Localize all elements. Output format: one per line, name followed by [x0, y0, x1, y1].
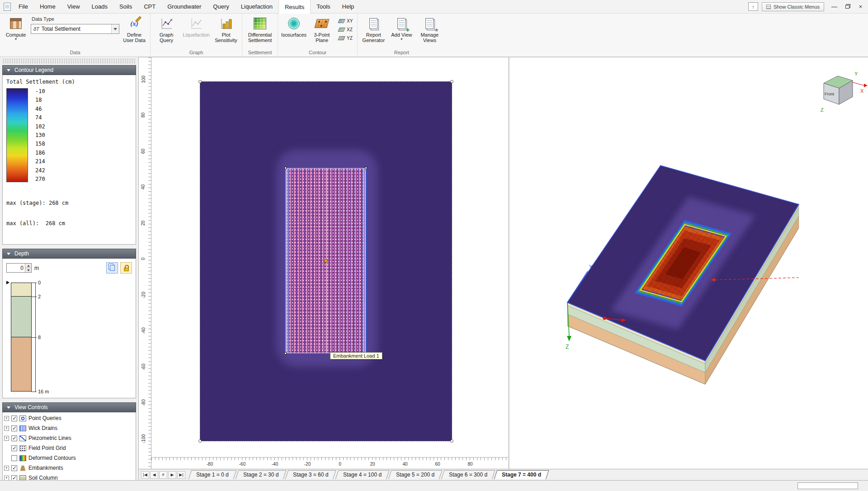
menu-tab[interactable]: Loads — [86, 0, 113, 13]
menu-tab[interactable]: View — [61, 0, 86, 13]
expand-icon[interactable]: + — [4, 416, 9, 421]
menu-tab[interactable]: Home — [34, 0, 61, 13]
tree-item-deformed-contours[interactable]: Deformed Contours — [3, 453, 136, 463]
depth-unit-label: m — [34, 265, 39, 271]
legend-tick: 214 — [35, 158, 45, 165]
menu-tab[interactable]: Help — [336, 0, 360, 13]
three-point-plane-button[interactable]: 3-Point Plane — [309, 14, 335, 49]
show-classic-menus-button[interactable]: Show Classic Menus — [762, 2, 824, 11]
manage-views-button[interactable]: Manage Views — [416, 14, 443, 49]
menu-tab[interactable]: Groundwater — [161, 0, 207, 13]
checkbox[interactable] — [11, 455, 17, 461]
depth-mark: 16 m — [38, 389, 49, 394]
stage-tab[interactable]: Stage 1 = 0 d — [189, 470, 236, 479]
stage-tab[interactable]: Stage 4 = 100 d — [335, 470, 389, 479]
menu-tab[interactable]: CPT — [138, 0, 161, 13]
define-user-data-button[interactable]: (x) Define User Data — [121, 14, 147, 49]
graph-query-button[interactable]: Graph Query — [153, 14, 179, 49]
query-point[interactable] — [324, 259, 328, 263]
plan-canvas[interactable]: Embankment Load 1 — [151, 57, 508, 457]
add-view-button[interactable]: Add View ▾ — [388, 14, 415, 49]
expand-icon[interactable]: + — [4, 426, 9, 431]
checkbox[interactable] — [11, 435, 17, 441]
checkbox[interactable] — [11, 475, 17, 481]
checkbox[interactable] — [11, 465, 17, 471]
checkbox[interactable] — [11, 425, 17, 431]
close-button[interactable]: × — [854, 1, 867, 12]
compute-button[interactable]: Compute ▾ — [3, 14, 29, 49]
embankment-handle[interactable] — [284, 352, 287, 354]
extent-handle[interactable] — [450, 439, 453, 443]
embankment-handle[interactable] — [284, 167, 287, 169]
tree-item-wick-drains[interactable]: + Wick Drains — [3, 423, 136, 433]
depth-header[interactable]: Depth — [2, 249, 136, 259]
menu-tab[interactable]: Liquefaction — [235, 0, 278, 13]
model-extent[interactable]: Embankment Load 1 — [200, 81, 452, 441]
stage-nav-button[interactable]: ▶| — [177, 471, 185, 479]
plan-view-2d[interactable]: 100806040200-20-40-60-80-100 Embankment … — [139, 57, 508, 469]
extent-handle[interactable] — [450, 80, 453, 83]
menu-tab[interactable]: File — [13, 0, 34, 13]
stage-tab[interactable]: Stage 3 = 60 d — [285, 470, 336, 479]
menu-tab[interactable]: Soils — [113, 0, 138, 13]
legend-tick: 74 — [35, 114, 45, 121]
cube-x-label: X — [860, 88, 864, 94]
tree-item-piezometric-lines[interactable]: + Piezometric Lines — [3, 433, 136, 443]
soil-layer-3 — [11, 337, 32, 392]
soil-layer-1 — [11, 283, 32, 297]
group-label-contour: Contour — [281, 49, 354, 57]
piezometric-lines-icon — [19, 435, 26, 441]
stage-tab[interactable]: Stage 6 = 300 d — [441, 470, 495, 479]
depth-marker-icon[interactable] — [6, 281, 9, 284]
embankment-load-region[interactable] — [285, 167, 367, 354]
menu-tab[interactable]: Query — [207, 0, 235, 13]
extent-handle[interactable] — [198, 439, 202, 443]
embankment-handle[interactable] — [365, 167, 367, 169]
expand-icon[interactable]: + — [4, 466, 9, 471]
sidebar-grip[interactable] — [2, 58, 136, 63]
report-generator-button[interactable]: Report Generator — [360, 14, 387, 49]
depth-spinner[interactable] — [25, 264, 31, 272]
restore-button[interactable] — [841, 1, 854, 12]
tree-item-field-point-grid[interactable]: Field Point Grid — [3, 443, 136, 453]
orientation-cube[interactable]: Front Y X Z — [821, 71, 868, 113]
data-type-dropdown[interactable]: δT Total Settlement — [31, 24, 119, 34]
plane-yz-button[interactable]: YZ — [337, 34, 354, 42]
stage-nav-button[interactable]: |◀ — [141, 471, 149, 479]
apply-depth-to-views-button[interactable] — [106, 262, 118, 274]
dropdown-chevron-icon[interactable] — [111, 24, 119, 33]
lock-depth-button[interactable] — [120, 262, 132, 274]
minimize-button[interactable]: — — [828, 1, 841, 12]
checkbox[interactable] — [11, 415, 17, 421]
ruler-y-label: -40 — [139, 328, 148, 334]
plot-sensitivity-button[interactable]: Plot Sensitivity — [213, 14, 239, 49]
depth-input[interactable]: 0 — [6, 263, 32, 273]
checkbox[interactable] — [11, 445, 17, 451]
stage-tab[interactable]: Stage 2 = 30 d — [235, 470, 286, 479]
horizontal-ruler: -80-60-40-20020406080 — [151, 457, 508, 469]
stage-tab[interactable]: Stage 5 = 200 d — [388, 470, 442, 479]
isosurfaces-button[interactable]: Isosurfaces — [281, 14, 307, 49]
plane-xz-button[interactable]: XZ — [337, 26, 354, 33]
plane-xy-button[interactable]: XY — [337, 17, 354, 25]
expand-icon[interactable]: + — [4, 476, 9, 481]
tree-item-soil-column[interactable]: + Soil Column — [3, 473, 136, 480]
stage-nav-button[interactable]: ▶ — [168, 471, 176, 479]
contour-legend-header[interactable]: Contour Legend — [2, 65, 136, 75]
liquefaction-button[interactable]: Liquefaction — [181, 14, 211, 49]
expand-icon[interactable]: + — [4, 436, 9, 441]
collapse-icon — [7, 253, 10, 255]
tree-item-point-queries[interactable]: + Point Queries — [3, 413, 136, 423]
differential-settlement-button[interactable]: Differential Settlement — [245, 14, 275, 49]
model-3d-canvas[interactable]: Z Y Front Y X Z — [509, 57, 868, 468]
stage-tab[interactable]: Stage 7 = 400 d — [494, 470, 549, 479]
extent-handle[interactable] — [198, 80, 202, 83]
stage-nav-button[interactable]: # — [159, 471, 167, 479]
stage-nav-button[interactable]: ◀ — [150, 471, 158, 479]
tree-item-embankments[interactable]: + Embankments — [3, 463, 136, 473]
view-controls-header[interactable]: View Controls — [2, 402, 136, 412]
pin-ribbon-icon[interactable]: ↑ — [748, 2, 758, 11]
view-3d[interactable]: Z Y Front Y X Z — [508, 57, 868, 469]
menu-tab[interactable]: Results — [278, 0, 311, 14]
menu-tab[interactable]: Tools — [311, 0, 336, 13]
